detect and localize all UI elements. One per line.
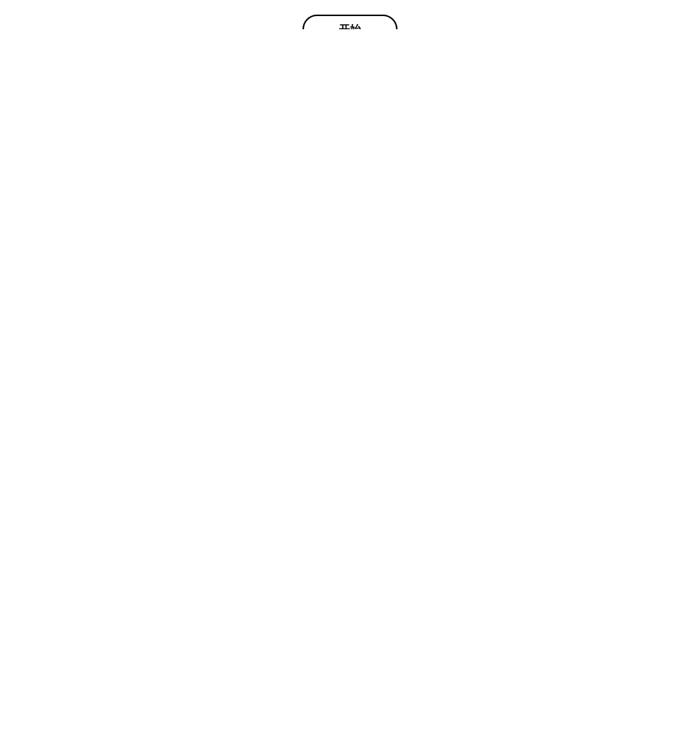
start-label: 开始 xyxy=(339,21,361,29)
start-terminator: 开始 xyxy=(303,15,397,29)
